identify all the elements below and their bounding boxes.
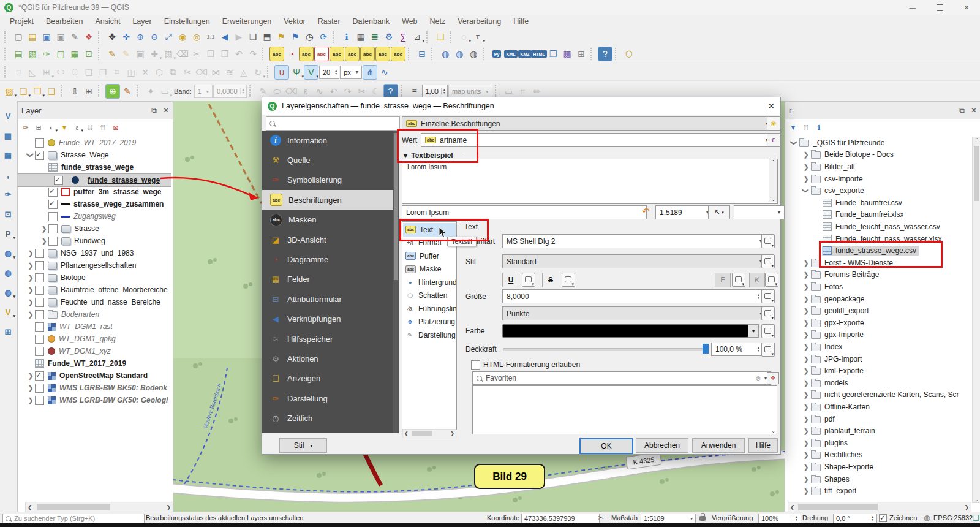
browser-tree-item[interactable]: ❯geopackage [785,293,971,305]
snapping-tolerance-spin[interactable]: 20▲▼ [319,66,339,79]
expand-chevron-icon[interactable]: ❯ [802,308,810,314]
expand-chevron-icon[interactable]: ❯ [26,373,35,379]
expand-chevron-icon[interactable]: ❯ [802,176,810,182]
menu-web[interactable]: Web [396,15,423,28]
expand-chevron-icon[interactable]: ❯ [802,164,810,170]
data-defined-override-button[interactable] [761,254,775,268]
float-panel-icon[interactable]: ⧉ [959,106,965,115]
float-panel-icon[interactable]: ⧉ [151,106,157,115]
crs-globe-icon[interactable]: ◍ [924,514,930,522]
pan-to-selection-icon[interactable]: ✜ [119,30,133,44]
expand-chevron-icon[interactable]: ❯ [802,296,810,302]
save-as-icon[interactable]: ▣ [54,30,67,44]
browser-tree-item[interactable]: ❯Forums-Beiträge [785,269,971,281]
expand-chevron-icon[interactable]: ❯ [802,344,810,350]
deckkraft-slider-handle[interactable] [703,344,709,354]
kmz-export-icon[interactable]: KMZ [518,47,532,61]
expand-chevron-icon[interactable]: ❯ [802,332,810,338]
layer-tree-item[interactable]: ❯Pflanzengesellschaften [18,259,172,271]
scroll-down-icon[interactable]: ⌄ [771,428,775,434]
browser-tree-item[interactable]: ❯nicht georeferenzierte Karten, Scans, S… [785,389,971,401]
close-panel-icon[interactable]: ✕ [163,106,169,115]
deckkraft-slider-track[interactable] [503,348,703,351]
browser-panel-hscrollbar[interactable]: ❮ ❯ [788,502,971,512]
expand-chevron-icon[interactable]: ❯ [802,151,810,157]
new-mesh-layer-icon[interactable]: ▦ [68,47,81,61]
expand-chevron-icon[interactable]: ❯ [802,464,810,470]
expression-button[interactable]: ε [767,133,780,147]
menu-bearbeiten[interactable]: Bearbeiten [40,15,89,28]
groesse-spin[interactable]: 8,0000▲▼ [502,289,763,303]
sidebar-item-aktionen[interactable]: ⚙Aktionen [262,349,393,368]
expand-chevron-icon[interactable]: ❯ [802,356,810,362]
add-wms-service-icon[interactable]: ◍ [453,47,466,61]
intersection-snapping-icon[interactable]: ⋔ [363,65,377,80]
browser-tree-item[interactable]: ❯models [785,377,971,389]
expand-chevron-icon[interactable]: ❯ [40,226,48,232]
filter-browser-icon[interactable]: ▼ [788,122,799,133]
sidebar-item-beschriftungen[interactable]: abcBeschriftungen [262,190,393,210]
current-edits-icon[interactable]: ✎ [105,47,119,61]
data-defined-override-button[interactable] [761,234,775,248]
expand-chevron-icon[interactable]: ❯ [802,476,810,482]
browser-tree-item[interactable]: ❯Index [785,341,971,353]
layer-visibility-checkbox[interactable] [48,237,58,246]
add-vector-tile-layer-icon[interactable]: V▾ [1,305,15,319]
new-map-view-icon[interactable]: ❏ [246,30,260,44]
layer-tree-item[interactable]: ❯Strasse [18,222,172,235]
hilfe-button[interactable]: Hilfe [748,438,778,453]
collapse-chevron-icon[interactable]: ❯ [28,151,34,159]
sidebar-item-attributformular[interactable]: ⊟Attributformular [262,289,393,309]
menu-ansicht[interactable]: Ansicht [89,15,126,28]
band-select[interactable]: 1▾ [194,85,213,98]
expand-chevron-icon[interactable]: ❯ [802,271,810,278]
layer-tree-item[interactable]: ❯OpenStreetMap Standard [18,370,172,382]
ok-button[interactable]: OK [579,438,633,454]
layer-tree-item[interactable]: Zugangsweg [18,210,172,222]
sample-text-input[interactable]: Lorom Ipsum [402,205,647,219]
sidebar-item-verknüpfungen[interactable]: ◀Verknüpfungen [262,309,393,329]
deckkraft-spin[interactable]: 100,0 %▲▼ [711,343,763,356]
browser-tree-item[interactable]: ❯geotiff_export [785,305,971,317]
measure-icon[interactable]: ⊿▾ [410,30,424,44]
layer-visibility-checkbox[interactable] [35,286,44,295]
menu-netz[interactable]: Netz [424,15,452,28]
expand-chevron-icon[interactable]: ❯ [802,368,810,374]
layer-visibility-checkbox[interactable] [35,396,44,405]
remove-layer-icon[interactable]: ⊠ [110,122,121,133]
stil-select[interactable]: Standard▾ [502,254,766,268]
zoom-last-icon[interactable]: ◀ [218,30,232,44]
data-defined-override-button[interactable] [732,273,745,287]
refresh-map-icon[interactable]: ⟳ [317,30,330,44]
tab-hintergrund[interactable]: ◒Hintergrund [403,276,456,289]
layer-tree-item[interactable]: ❯WMS LGRB-BW BK50: Bodenk [18,382,172,394]
expand-chevron-icon[interactable]: ❯ [40,238,48,244]
browser-tree-item[interactable]: funde_strasse_wege.csv [785,245,971,257]
browser-tree-item[interactable]: ❯kml-Exporte [785,365,971,377]
browser-tree-item[interactable]: ❯Forst - WMS-Dienste [785,257,971,269]
data-defined-override-button[interactable] [761,324,775,338]
schriftart-select[interactable]: MS Shell Dlg 2▾ [502,234,766,248]
kml-export-icon[interactable]: KML [504,47,518,61]
expand-chevron-icon[interactable]: ❯ [26,262,35,268]
preview-background-select[interactable]: ▾ [734,205,785,219]
layer-visibility-checkbox[interactable] [35,310,44,319]
add-delimited-text-icon[interactable]: , [1,168,15,181]
snapping-unit-select[interactable]: px▾ [340,66,362,79]
temporal-controller-icon[interactable]: ◷ [303,30,316,44]
browser-tree-item[interactable]: ❯Beide Biotope - Docs [785,149,971,161]
expand-all-icon[interactable]: ⇊ [85,122,96,133]
data-defined-override-button[interactable] [522,273,535,287]
processing-toolbox-icon[interactable]: ⚙ [382,30,396,44]
select-by-value-icon[interactable]: ❏▾ [17,85,30,98]
layer-visibility-checkbox[interactable] [54,176,63,185]
open-project-icon[interactable]: ▤ [26,30,39,44]
automated-placement-button[interactable]: ❀ [767,116,780,131]
vergroesserung-spin[interactable]: 100%▲▼ [758,514,801,523]
sidebar-item-symbolisierung[interactable]: ✑Symbolisierung [262,170,393,190]
locator-search-input[interactable]: Zu suchender Typ (Strg+K) [2,514,145,523]
statistical-summary-icon[interactable]: ≣ [368,30,382,44]
layer-visibility-checkbox[interactable] [35,261,44,270]
diagram-options-icon[interactable]: ◔ [285,47,298,61]
farbe-dropdown-arrow[interactable]: ▾ [748,324,759,338]
